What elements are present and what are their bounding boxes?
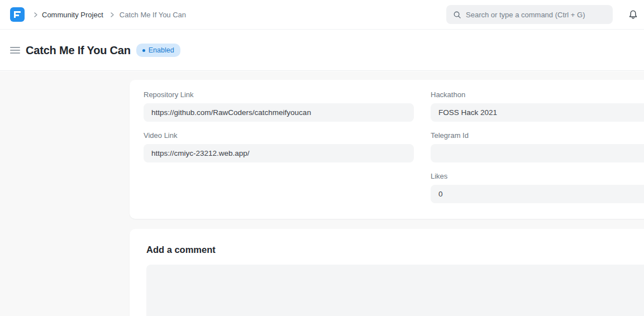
page-body: Repository Link Video Link Hackathon Tel… xyxy=(0,71,644,316)
comment-section-heading: Add a comment xyxy=(146,245,644,255)
form-card: Repository Link Video Link Hackathon Tel… xyxy=(130,80,644,219)
field-video-link: Video Link xyxy=(144,132,414,162)
comment-input[interactable] xyxy=(146,265,644,316)
page-title: Catch Me If You Can xyxy=(26,44,131,57)
repository-link-label: Repository Link xyxy=(144,91,414,99)
frappe-logo[interactable] xyxy=(10,7,25,22)
video-link-label: Video Link xyxy=(144,132,414,140)
notifications-bell-button[interactable] xyxy=(626,8,640,21)
breadcrumb-parent-link[interactable]: Community Project xyxy=(42,11,103,19)
field-telegram-id: Telegram Id xyxy=(431,132,644,162)
telegram-id-input[interactable] xyxy=(431,144,644,162)
status-dot-icon xyxy=(142,49,145,52)
status-badge: Enabled xyxy=(136,44,180,57)
likes-label: Likes xyxy=(431,173,644,180)
breadcrumb: Community Project Catch Me If You Can xyxy=(10,7,186,22)
status-badge-label: Enabled xyxy=(149,46,174,54)
breadcrumb-current: Catch Me If You Can xyxy=(120,11,186,19)
global-search-input[interactable]: Search or type a command (Ctrl + G) xyxy=(446,5,613,24)
repository-link-input[interactable] xyxy=(144,103,414,122)
field-hackathon: Hackathon xyxy=(431,91,644,122)
field-repository-link: Repository Link xyxy=(144,91,414,122)
hackathon-input[interactable] xyxy=(431,103,644,122)
likes-input[interactable] xyxy=(431,185,644,203)
app-window: Community Project Catch Me If You Can Se… xyxy=(0,0,644,316)
form-column-left: Repository Link Video Link xyxy=(144,91,414,219)
sidebar-toggle-hamburger-icon[interactable] xyxy=(10,47,20,54)
search-icon xyxy=(453,11,461,19)
form-column-right: Hackathon Telegram Id Likes xyxy=(431,91,644,219)
bell-icon xyxy=(628,9,638,20)
telegram-id-label: Telegram Id xyxy=(431,132,644,140)
chevron-right-icon xyxy=(109,12,115,18)
top-navbar: Community Project Catch Me If You Can Se… xyxy=(0,0,644,30)
chevron-right-icon xyxy=(32,12,39,18)
video-link-input[interactable] xyxy=(144,144,414,162)
field-likes: Likes xyxy=(431,173,644,203)
page-header: Catch Me If You Can Enabled xyxy=(0,30,644,71)
hackathon-label: Hackathon xyxy=(431,91,644,99)
comment-card: Add a comment xyxy=(130,229,644,316)
search-placeholder: Search or type a command (Ctrl + G) xyxy=(466,11,585,19)
